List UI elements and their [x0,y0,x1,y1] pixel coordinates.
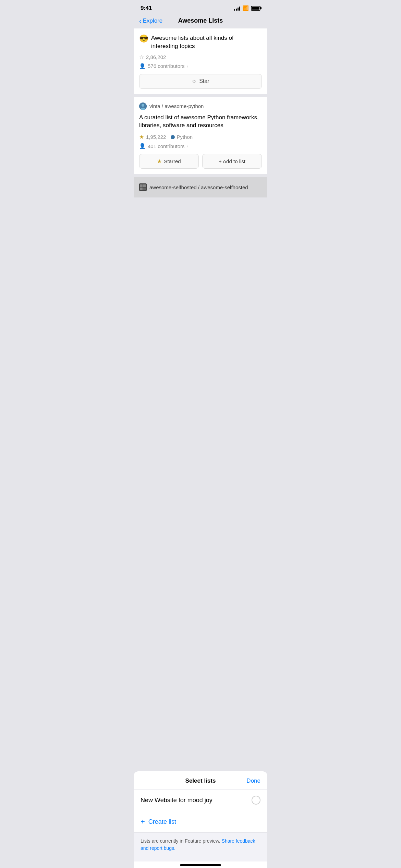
star-button[interactable]: ☆ Star [139,74,262,89]
status-bar: 9:41 📶 [134,0,267,14]
repo1-star-count: 2,86,202 [146,54,166,60]
repo1-contributors: 576 contributors [148,63,185,69]
nav-bar: ‹ Explore Awesome Lists [134,14,267,28]
back-button[interactable]: ‹ Explore [139,17,162,24]
repo1-title-row: 😎 Awesome lists about all kinds of inter… [139,34,262,50]
svg-rect-5 [143,184,146,187]
repo1-contributors-row[interactable]: 👤 576 contributors › [139,63,262,69]
repo2-action-row: ★ Starred + Add to list [139,154,262,169]
repo3-avatar [139,183,147,191]
status-time: 9:41 [141,5,152,12]
repo3-card-partial: awesome-selfhosted / awesome-selfhosted [134,177,267,197]
chevron-right-icon: › [187,63,189,69]
signal-icon [234,6,240,11]
person-icon: 👤 [139,63,146,69]
star-filled-icon-2: ★ [157,158,162,165]
svg-rect-6 [140,188,143,190]
svg-rect-7 [143,188,146,190]
back-label: Explore [143,17,163,24]
svg-rect-4 [140,184,143,187]
add-to-list-button[interactable]: + Add to list [202,154,262,169]
repo1-description: Awesome lists about all kinds of interes… [151,34,262,50]
repo1-emoji: 😎 [139,34,148,44]
starred-btn-label: Starred [164,158,181,164]
language-dot-icon [171,135,175,139]
page-title: Awesome Lists [178,17,223,24]
selfhosted-avatar-svg [139,183,147,191]
vinta-avatar-svg [139,103,147,110]
repo2-avatar [139,103,147,110]
repo3-owner: awesome-selfhosted / awesome-selfhosted [149,184,248,190]
repo2-owner: vinta / awesome-python [149,103,204,109]
repo1-stars-row: ☆ 2,86,202 [139,54,262,60]
svg-point-1 [142,104,144,107]
repo1-card: 😎 Awesome lists about all kinds of inter… [134,28,267,94]
star-btn-label: Star [199,78,209,84]
chevron-right-icon-2: › [187,143,189,149]
chevron-left-icon: ‹ [139,17,142,24]
star-btn-icon: ☆ [192,78,196,85]
repo2-card: vinta / awesome-python A curated list of… [134,97,267,174]
star-filled-icon: ★ [139,134,144,140]
repo2-contributors: 401 contributors [148,143,185,149]
wifi-icon: 📶 [242,5,249,11]
repo2-description: A curated list of awesome Python framewo… [139,114,259,129]
repo2-language: Python [177,134,193,140]
repo2-owner-row: vinta / awesome-python [139,103,262,110]
repo2-star-count: 1,95,222 [146,134,166,140]
person-icon-2: 👤 [139,143,146,149]
starred-button[interactable]: ★ Starred [139,154,199,169]
battery-icon [251,6,260,11]
star-outline-icon: ☆ [139,54,144,60]
add-list-btn-label: + Add to list [219,158,245,164]
repo2-stats-row: ★ 1,95,222 Python [139,134,262,140]
status-icons: 📶 [234,5,260,11]
repo2-contributors-row[interactable]: 👤 401 contributors › [139,143,262,149]
